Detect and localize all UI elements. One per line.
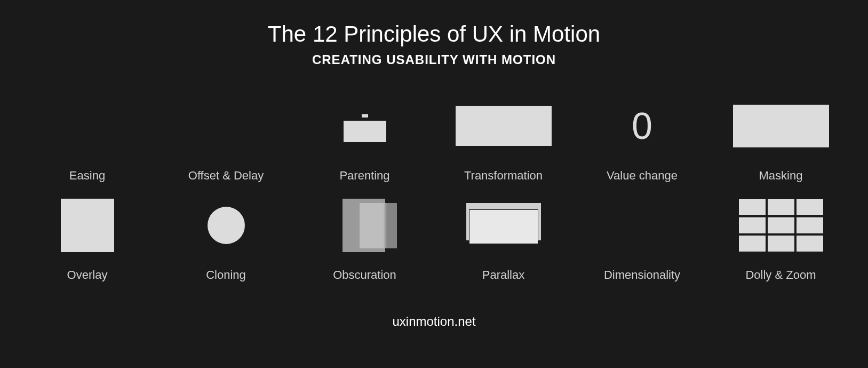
principle-label: Overlay <box>67 268 108 282</box>
grid-cell-icon <box>797 236 823 252</box>
principle-label: Offset & Delay <box>188 169 264 183</box>
principle-label: Dimensionality <box>604 268 680 282</box>
grid-cell-icon <box>768 199 794 215</box>
grid-cell-icon <box>739 199 766 215</box>
front-rect-icon <box>360 203 397 248</box>
grid-cell-icon <box>739 217 766 233</box>
principle-label: Masking <box>759 169 803 183</box>
principle-offset-delay: Offset & Delay <box>157 99 296 183</box>
principle-dolly-zoom: Dolly & Zoom <box>712 199 850 282</box>
principle-label: Parallax <box>482 268 524 282</box>
masking-icon <box>712 99 850 153</box>
principle-masking: Masking <box>712 99 850 183</box>
rect-icon <box>733 105 829 147</box>
page-subtitle: CREATING USABILITY WITH MOTION <box>312 52 556 67</box>
principle-label: Value change <box>607 169 678 183</box>
principles-grid: Easing Offset & Delay Parenting Transfor… <box>18 99 850 282</box>
principle-label: Transformation <box>464 169 543 183</box>
dolly-zoom-icon <box>712 199 850 252</box>
parallax-icon <box>434 199 573 252</box>
principle-cloning: Cloning <box>157 199 296 282</box>
principle-value-change: 0 Value change <box>573 99 712 183</box>
value-change-icon: 0 <box>573 99 712 153</box>
rect-icon <box>456 106 552 146</box>
principle-overlay: Overlay <box>18 199 157 282</box>
grid-cell-icon <box>739 236 766 252</box>
grid-cell-icon <box>768 217 794 233</box>
principle-label: Easing <box>69 169 105 183</box>
offset-delay-icon <box>157 99 296 153</box>
grid-cell-icon <box>797 199 823 215</box>
principle-label: Parenting <box>339 169 389 183</box>
cloning-icon <box>157 199 296 252</box>
principle-label: Dolly & Zoom <box>745 268 816 282</box>
principle-transformation: Transformation <box>434 99 573 183</box>
grid-cell-icon <box>797 217 823 233</box>
obscuration-icon <box>296 199 434 252</box>
principle-parenting: Parenting <box>296 99 434 183</box>
principle-label: Cloning <box>206 268 246 282</box>
grid-icon <box>739 199 823 252</box>
circle-icon <box>208 207 245 244</box>
digit-zero-icon: 0 <box>632 107 652 145</box>
principle-parallax: Parallax <box>434 199 573 282</box>
principle-obscuration: Obscuration <box>296 199 434 282</box>
dimensionality-icon <box>573 199 712 252</box>
rect-icon <box>344 121 386 142</box>
transformation-icon <box>434 99 573 153</box>
parenting-icon <box>296 99 434 153</box>
page-title: The 12 Principles of UX in Motion <box>268 21 600 47</box>
overlay-icon <box>18 199 157 252</box>
small-rect-icon <box>362 114 368 118</box>
square-icon <box>61 199 114 252</box>
footer-url: uxinmotion.net <box>392 314 475 329</box>
easing-icon <box>18 99 157 153</box>
principle-dimensionality: Dimensionality <box>573 199 712 282</box>
principle-easing: Easing <box>18 99 157 183</box>
grid-cell-icon <box>768 236 794 252</box>
front-layer-icon <box>469 209 538 244</box>
principle-label: Obscuration <box>333 268 396 282</box>
